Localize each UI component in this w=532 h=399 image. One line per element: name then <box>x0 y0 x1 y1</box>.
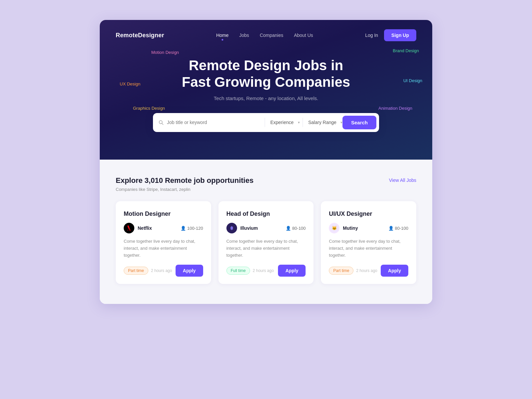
company-logo-1 <box>226 223 237 233</box>
nav-link-jobs[interactable]: Jobs <box>239 33 249 38</box>
jobs-header-left: Explore 3,010 Remote job opportunities <box>116 176 253 185</box>
company-name-0: Netflix <box>138 225 152 231</box>
job-tag-1: Full time <box>226 267 250 275</box>
jobs-subtitle: Companies like Stripe, Instacart, zeplin <box>116 187 416 192</box>
apply-button-1[interactable]: Apply <box>278 265 306 277</box>
job-tag-2: Part time <box>329 267 353 275</box>
hero-title: Remote Design Jobs in Fast Growing Compa… <box>116 57 416 91</box>
nav-link-about[interactable]: About Us <box>294 33 313 38</box>
job-title-0: Motion Designer <box>124 210 203 217</box>
nav-link-home[interactable]: Home <box>216 33 228 38</box>
search-input[interactable] <box>167 120 262 125</box>
company-name-2: Mutiny <box>343 225 358 231</box>
company-salary-0: 👤 100-120 <box>181 226 203 231</box>
jobs-section: Explore 3,010 Remote job opportunities V… <box>100 160 432 304</box>
company-salary-1: 👤 80-100 <box>286 226 306 231</box>
job-company-0: Netflix 👤 100-120 <box>124 223 203 233</box>
nav-auth: Log In Sign Up <box>365 29 416 41</box>
view-all-jobs-link[interactable]: View All Jobs <box>389 178 416 183</box>
svg-line-1 <box>162 123 163 125</box>
job-footer-2: Part time 2 hours ago Apply <box>329 265 408 277</box>
salary-select[interactable]: Salary Range $50k - $80k $80k - $120k $1… <box>306 120 339 125</box>
main-container: RemoteDesigner Home Jobs Companies About… <box>100 20 432 304</box>
hero-section: RemoteDesigner Home Jobs Companies About… <box>100 20 432 160</box>
company-logo-2: 🐱 <box>329 223 339 233</box>
job-card-2: UI/UX Designer 🐱 Mutiny 👤 80-100 Come t <box>321 201 416 284</box>
site-logo: RemoteDesigner <box>116 32 164 39</box>
search-icon <box>158 120 164 125</box>
company-name-1: Illuvium <box>240 225 258 231</box>
job-cards-grid: Motion Designer Netflix 👤 100-120 Come t… <box>116 201 416 284</box>
search-bar: Experience Junior Mid Senior ▾ Salary Ra… <box>153 113 379 132</box>
job-tags-1: Full time 2 hours ago <box>226 267 274 275</box>
search-button[interactable]: Search <box>342 116 376 129</box>
job-title-2: UI/UX Designer <box>329 210 408 217</box>
job-time-2: 2 hours ago <box>356 268 377 273</box>
search-divider-2 <box>303 118 303 127</box>
job-card-1: Head of Design Illuvium 👤 80-100 Come t <box>218 201 314 284</box>
experience-select[interactable]: Experience Junior Mid Senior <box>268 120 297 125</box>
search-divider <box>265 118 265 127</box>
hero-subtitle: Tech startups, Remote - any location, Al… <box>116 95 416 101</box>
login-button[interactable]: Log In <box>365 33 378 38</box>
job-company-2: 🐱 Mutiny 👤 80-100 <box>329 223 408 233</box>
job-card-0: Motion Designer Netflix 👤 100-120 Come t… <box>116 201 211 284</box>
signup-button[interactable]: Sign Up <box>384 29 416 41</box>
job-desc-0: Come together live every day to chat, in… <box>124 238 203 259</box>
job-title-1: Head of Design <box>226 210 306 217</box>
jobs-header: Explore 3,010 Remote job opportunities V… <box>116 176 416 185</box>
person-icon-1: 👤 <box>286 226 291 231</box>
navbar: RemoteDesigner Home Jobs Companies About… <box>100 20 432 47</box>
job-tags-2: Part time 2 hours ago <box>329 267 377 275</box>
job-desc-1: Come together live every day to chat, in… <box>226 238 306 259</box>
experience-select-wrap[interactable]: Experience Junior Mid Senior ▾ <box>268 120 300 125</box>
salary-select-wrap[interactable]: Salary Range $50k - $80k $80k - $120k $1… <box>306 120 342 125</box>
apply-button-2[interactable]: Apply <box>381 265 408 277</box>
job-desc-2: Come together live every day to chat, in… <box>329 238 408 259</box>
nav-link-companies[interactable]: Companies <box>260 33 283 38</box>
job-tags-0: Part time 2 hours ago <box>124 267 172 275</box>
job-time-1: 2 hours ago <box>253 268 274 273</box>
person-icon-0: 👤 <box>181 226 186 231</box>
person-icon-2: 👤 <box>388 226 394 231</box>
job-company-1: Illuvium 👤 80-100 <box>226 223 306 233</box>
job-footer-0: Part time 2 hours ago Apply <box>124 265 203 277</box>
job-footer-1: Full time 2 hours ago Apply <box>226 265 306 277</box>
company-logo-0 <box>124 223 134 233</box>
hero-content: Remote Design Jobs in Fast Growing Compa… <box>100 47 432 132</box>
svg-text:🐱: 🐱 <box>332 225 337 231</box>
job-tag-0: Part time <box>124 267 148 275</box>
company-salary-2: 👤 80-100 <box>388 226 408 231</box>
apply-button-0[interactable]: Apply <box>176 265 203 277</box>
nav-links: Home Jobs Companies About Us <box>216 33 313 38</box>
experience-chevron-icon: ▾ <box>298 120 300 125</box>
jobs-title: Explore 3,010 Remote job opportunities <box>116 176 253 185</box>
job-time-0: 2 hours ago <box>151 268 172 273</box>
